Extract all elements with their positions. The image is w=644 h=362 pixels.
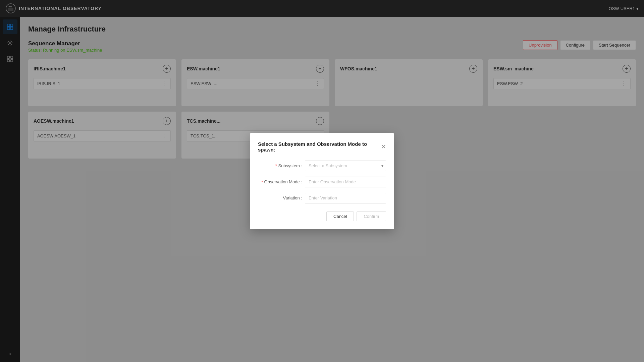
subsystem-form-row: Subsystem : Select a Subsystem ▾ [258, 161, 386, 171]
modal-title: Select a Subsystem and Observation Mode … [258, 141, 381, 153]
subsystem-label: Subsystem : [258, 163, 305, 168]
subsystem-select[interactable]: Select a Subsystem [305, 161, 386, 171]
modal-close-button[interactable]: ✕ [381, 144, 386, 150]
subsystem-select-wrapper: Select a Subsystem ▾ [305, 161, 386, 171]
cancel-button[interactable]: Cancel [326, 212, 354, 221]
confirm-button[interactable]: Confirm [357, 212, 386, 221]
observation-mode-input[interactable] [305, 177, 386, 187]
variation-label: Variation : [258, 195, 305, 200]
variation-form-row: Variation : [258, 193, 386, 203]
modal-overlay: Select a Subsystem and Observation Mode … [0, 0, 644, 362]
spawn-modal: Select a Subsystem and Observation Mode … [250, 133, 394, 229]
variation-input[interactable] [305, 193, 386, 203]
observation-mode-label: Observation Mode : [258, 179, 305, 184]
modal-header: Select a Subsystem and Observation Mode … [258, 141, 386, 153]
modal-footer: Cancel Confirm [258, 212, 386, 221]
observation-mode-form-row: Observation Mode : [258, 177, 386, 187]
